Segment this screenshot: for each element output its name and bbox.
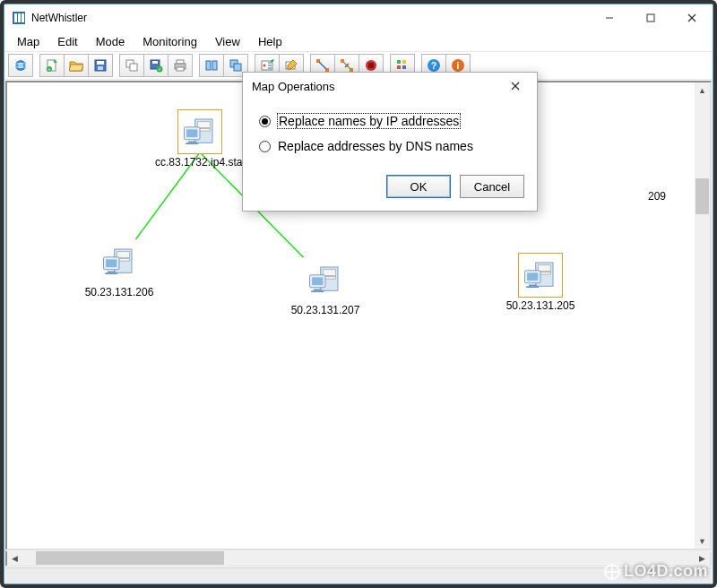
svg-rect-16 (98, 66, 103, 70)
network-node[interactable]: 50.23.131.205 (496, 253, 585, 312)
close-button[interactable] (671, 4, 713, 31)
titlebar: NetWhistler (4, 4, 713, 31)
scroll-up-icon[interactable]: ▲ (695, 82, 710, 98)
svg-rect-71 (314, 290, 322, 291)
svg-rect-42 (397, 60, 401, 64)
network-node-partial[interactable]: 209 (630, 190, 684, 203)
svg-rect-63 (106, 259, 117, 267)
svg-point-31 (263, 65, 266, 67)
svg-rect-79 (526, 286, 539, 288)
scroll-track[interactable] (695, 98, 710, 533)
network-node[interactable]: cc.83.1732.ip4.static.sl-r (155, 109, 245, 169)
svg-rect-26 (206, 61, 211, 70)
radio-replace-names-by-ip[interactable]: Replace names by IP addresses (257, 108, 523, 134)
tb-save-map[interactable] (88, 54, 113, 77)
svg-rect-70 (312, 277, 323, 285)
vertical-scrollbar[interactable]: ▲ ▼ (695, 82, 710, 549)
svg-rect-78 (529, 285, 537, 287)
svg-text:+: + (48, 66, 51, 72)
node-label: 50.23.131.206 (74, 286, 164, 298)
node-label: 50.23.131.207 (281, 304, 370, 316)
svg-rect-77 (527, 272, 538, 281)
maximize-button[interactable] (630, 4, 671, 31)
network-node[interactable]: 50.23.131.207 (281, 257, 370, 316)
svg-rect-18 (130, 64, 137, 71)
scroll-track[interactable] (22, 550, 695, 566)
menu-help[interactable]: Help (249, 33, 291, 50)
svg-rect-72 (311, 290, 324, 292)
network-node[interactable]: 50.23.131.206 (74, 239, 164, 298)
svg-rect-29 (234, 64, 241, 71)
svg-rect-2 (18, 13, 21, 22)
svg-rect-5 (647, 14, 654, 22)
tb-scan-network[interactable] (8, 54, 33, 77)
tb-print[interactable] (168, 54, 193, 77)
svg-rect-65 (105, 272, 117, 274)
menu-mode[interactable]: Mode (87, 33, 134, 50)
tb-new-map[interactable]: + (39, 54, 65, 77)
radio-label: Replace names by IP addresses (278, 114, 460, 128)
tb-save-selection[interactable]: ✓ (143, 54, 168, 77)
computer-icon (97, 239, 142, 284)
svg-text:i: i (457, 61, 460, 71)
svg-rect-57 (188, 142, 196, 143)
node-label: 209 (630, 190, 684, 203)
scroll-thumb[interactable] (695, 178, 709, 214)
minimize-button[interactable] (589, 4, 630, 31)
svg-rect-23 (177, 60, 184, 64)
svg-rect-27 (212, 61, 217, 70)
svg-line-35 (319, 62, 326, 69)
svg-rect-43 (402, 60, 406, 64)
svg-rect-58 (186, 143, 198, 144)
svg-rect-20 (152, 61, 158, 64)
tb-open-map[interactable] (64, 54, 89, 77)
dialog-close-button[interactable] (497, 74, 533, 98)
globe-icon (604, 564, 620, 580)
svg-rect-64 (108, 272, 116, 273)
radio-replace-addresses-by-dns[interactable]: Replace addresses by DNS names (257, 134, 523, 159)
scroll-left-icon[interactable]: ◀ (7, 550, 22, 566)
svg-text:✓: ✓ (158, 66, 161, 72)
svg-rect-44 (397, 65, 401, 69)
ok-button[interactable]: OK (386, 175, 451, 198)
tb-copy[interactable] (119, 54, 144, 77)
menu-monitoring[interactable]: Monitoring (134, 33, 206, 50)
map-operations-dialog: Map Operations Replace names by IP addre… (242, 72, 538, 212)
cancel-button[interactable]: Cancel (460, 175, 524, 198)
window-title: NetWhistler (31, 12, 589, 24)
menu-view[interactable]: View (206, 33, 249, 50)
node-label: 50.23.131.205 (496, 299, 585, 312)
menu-map[interactable]: Map (8, 33, 48, 50)
window-controls (589, 4, 713, 31)
svg-rect-41 (368, 63, 374, 68)
dialog-titlebar[interactable]: Map Operations (243, 73, 537, 99)
computer-icon (177, 109, 222, 154)
svg-rect-56 (186, 129, 197, 137)
radio-label: Replace addresses by DNS names (278, 139, 473, 153)
scroll-down-icon[interactable]: ▼ (695, 533, 710, 549)
svg-rect-3 (22, 13, 24, 22)
menubar: Map Edit Mode Monitoring View Help (4, 31, 713, 51)
watermark: LO4D.com (604, 562, 708, 581)
dialog-title: Map Operations (252, 80, 497, 93)
computer-icon (518, 253, 563, 298)
svg-rect-1 (14, 13, 17, 22)
menu-edit[interactable]: Edit (48, 33, 86, 50)
svg-text:?: ? (431, 61, 436, 71)
tb-tile-windows[interactable] (199, 54, 224, 77)
svg-rect-45 (402, 65, 406, 69)
app-icon (12, 11, 26, 25)
scroll-thumb[interactable] (36, 551, 224, 565)
computer-icon (303, 257, 348, 302)
radio-icon (259, 116, 271, 127)
svg-rect-15 (97, 61, 104, 65)
watermark-text: LO4D.com (624, 562, 708, 581)
node-label: cc.83.1732.ip4.static.sl-r (155, 156, 245, 169)
svg-rect-25 (177, 67, 184, 71)
radio-icon (259, 141, 271, 152)
